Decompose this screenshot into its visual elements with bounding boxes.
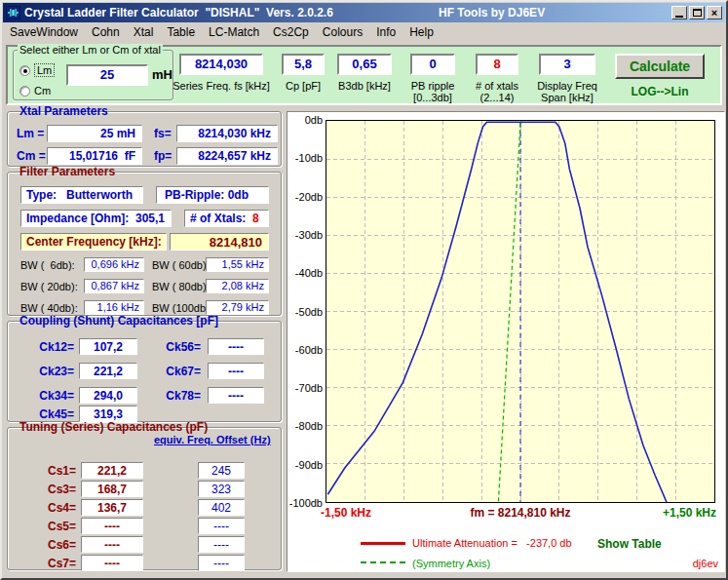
- radio-lm-label[interactable]: Lm: [34, 63, 55, 77]
- radio-lm-icon[interactable]: [19, 65, 30, 76]
- ck23-label: Ck23=: [39, 365, 74, 378]
- num-xtals-display: # of Xtals: 8: [184, 210, 269, 227]
- menu-lc-match[interactable]: LC-Match: [202, 24, 266, 40]
- cs1-offset: 245: [198, 462, 245, 479]
- minimize-button[interactable]: [671, 6, 687, 19]
- ck56-label: Ck56=: [164, 340, 201, 354]
- xtal-parameters-panel: Xtal Parameters Lm = 25 mH fs= 8214,030 …: [7, 111, 282, 167]
- coupling-panel: Coupling (Shunt) Capacitances [pF] Ck12=…: [7, 321, 282, 422]
- ck45-label: Ck45=: [39, 407, 74, 421]
- cs4-label: Cs4=: [37, 501, 76, 515]
- filter-type-value: Type: Butterworth: [20, 186, 143, 204]
- calculate-button[interactable]: Calculate: [615, 54, 705, 79]
- cp-input[interactable]: 5,8: [282, 54, 325, 75]
- attenuation-legend-line: [361, 542, 405, 545]
- menu-cohn[interactable]: Cohn: [85, 24, 127, 40]
- b3db-input[interactable]: 0,65: [337, 54, 392, 75]
- ck67-label: Ck67=: [164, 365, 201, 378]
- y-label-10: -10db: [287, 152, 323, 164]
- coupling-title: Coupling (Shunt) Capacitances [pF]: [16, 314, 222, 328]
- bw80-label: BW ( 80db):: [152, 281, 210, 292]
- close-button[interactable]: ×: [707, 6, 722, 19]
- input-panel: Select either Lm or Cm of xtal Lm Cm 25 …: [6, 45, 722, 105]
- window-title-right: HF Tools by DJ6EV: [439, 6, 545, 19]
- menu-xtal[interactable]: Xtal: [127, 24, 161, 40]
- crystal-app-icon[interactable]: [6, 6, 20, 19]
- menu-colours[interactable]: Colours: [316, 24, 369, 40]
- menu-bar: SaveWindow Cohn Xtal Table LC-Match Cs2C…: [3, 22, 725, 41]
- cm-label: Cm =: [17, 149, 46, 163]
- ck78-value: ----: [208, 387, 264, 404]
- cs3-label: Cs3=: [37, 483, 76, 496]
- radio-cm[interactable]: Cm: [19, 85, 51, 97]
- impedance-value: Impedance [Ohm]: 305,1: [20, 210, 172, 227]
- cs6-value: ----: [81, 536, 143, 553]
- menu-info[interactable]: Info: [369, 24, 402, 40]
- pb-ripple-value: PB-Ripple: 0db: [156, 186, 269, 204]
- lm-input[interactable]: 25: [66, 64, 148, 86]
- menu-savewindow[interactable]: SaveWindow: [3, 24, 85, 40]
- menu-cs2cp[interactable]: Cs2Cp: [266, 24, 316, 40]
- menu-help[interactable]: Help: [402, 24, 441, 40]
- center-freq-label: Center Frequency [kHz]:: [20, 233, 167, 251]
- show-table-button[interactable]: Show Table: [597, 537, 662, 551]
- response-graph-panel: 0db -10db -20db -30db -40db -50db -60db …: [287, 111, 725, 572]
- radio-cm-label[interactable]: Cm: [34, 85, 51, 97]
- watermark: dj6ev: [693, 558, 718, 569]
- title-bar[interactable]: Crystal Ladder Filter Calculator "DISHAL…: [3, 3, 725, 22]
- cs3-value: 168,7: [81, 481, 143, 497]
- fs-label: fs=: [154, 127, 172, 140]
- bw100-value: 2,79 kHz: [206, 300, 269, 315]
- cs3-offset: 323: [198, 481, 245, 497]
- ck78-label: Ck78=: [164, 389, 201, 403]
- freq-offset-header-link[interactable]: equiv. Freq. Offset (Hz): [154, 434, 271, 445]
- attenuation-legend-label: Ultimate Attenuation = -237,0 db: [412, 537, 572, 549]
- response-curve: [327, 122, 667, 502]
- bw6-value: 0,696 kHz: [84, 257, 144, 272]
- bw20-value: 0,867 kHz: [84, 279, 144, 293]
- ck56-value: ----: [208, 338, 264, 355]
- filter-parameters-title: Filter Parameters: [16, 165, 119, 178]
- bw60-label: BW ( 60db):: [152, 259, 210, 271]
- cs7-offset: ----: [198, 555, 245, 571]
- bw6-label: BW ( 6db):: [20, 259, 75, 271]
- ck34-label: Ck34=: [39, 389, 74, 403]
- cs6-label: Cs6=: [37, 538, 76, 552]
- cs7-label: Cs7=: [37, 557, 76, 570]
- fp-value: 8224,657 kHz: [176, 147, 278, 165]
- app-window: Crystal Ladder Filter Calculator "DISHAL…: [0, 0, 728, 580]
- num-xtals-label1: # of xtals: [458, 80, 536, 92]
- span-input[interactable]: 3: [539, 54, 595, 75]
- cs6-offset: ----: [198, 536, 245, 553]
- center-freq-value: 8214,810: [170, 233, 269, 251]
- maximize-button[interactable]: [689, 6, 705, 19]
- log-lin-toggle[interactable]: LOG-->Lin: [615, 85, 705, 98]
- y-label-50: -50db: [287, 306, 323, 318]
- y-label-20: -20db: [287, 191, 323, 203]
- cs5-value: ----: [81, 518, 143, 534]
- menu-table[interactable]: Table: [160, 24, 202, 40]
- ck34-value: 294,0: [79, 387, 137, 404]
- ck67-value: ----: [208, 363, 264, 379]
- fp-label: fp=: [154, 149, 172, 163]
- y-label-30: -30db: [287, 229, 323, 241]
- y-label-60: -60db: [287, 344, 323, 356]
- y-label-80: -80db: [287, 420, 323, 432]
- bw100-label: BW (100db):: [152, 302, 212, 314]
- cm-value: 15,01716 fF: [47, 147, 142, 165]
- radio-lm[interactable]: Lm: [19, 63, 55, 77]
- cs4-value: 136,7: [81, 499, 143, 516]
- span-label2: Span [kHz]: [528, 92, 606, 103]
- pb-ripple-input[interactable]: 0: [410, 54, 455, 75]
- series-freq-input[interactable]: 8214,030: [179, 54, 263, 75]
- y-label-0: 0db: [287, 114, 323, 126]
- window-title: Crystal Ladder Filter Calculator "DISHAL…: [24, 6, 333, 19]
- y-label-70: -70db: [287, 382, 323, 394]
- symmetry-axis-line: [498, 123, 520, 502]
- bw80-value: 2,08 kHz: [206, 279, 269, 293]
- tuning-title: Tuning (Series) Capacitances (pF): [16, 420, 211, 434]
- y-label-90: -90db: [287, 459, 323, 471]
- num-xtals-input[interactable]: 8: [476, 54, 518, 75]
- y-label-40: -40db: [287, 267, 323, 279]
- radio-cm-icon[interactable]: [19, 86, 30, 97]
